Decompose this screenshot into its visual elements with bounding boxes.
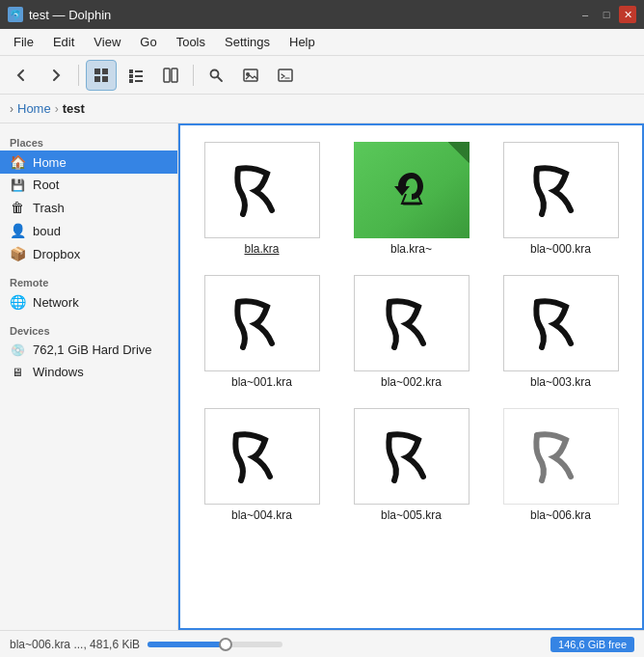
svg-rect-9 bbox=[135, 80, 143, 82]
svg-rect-11 bbox=[172, 68, 177, 82]
terminal-button[interactable] bbox=[270, 60, 301, 91]
file-thumb-bla-004 bbox=[204, 408, 320, 505]
sidebar-windows-label: Windows bbox=[33, 365, 84, 379]
file-name-bla-005: bla~005.kra bbox=[381, 508, 442, 522]
close-button[interactable]: ✕ bbox=[619, 6, 636, 23]
window-title: test — Dolphin bbox=[29, 8, 111, 22]
root-icon: 💾 bbox=[10, 178, 25, 192]
file-item-bla-kra[interactable]: bla.kra bbox=[190, 135, 334, 262]
breadcrumb-home[interactable]: Home bbox=[17, 101, 51, 116]
svg-rect-3 bbox=[102, 76, 108, 82]
file-name-bla-004: bla~004.kra bbox=[231, 508, 292, 522]
menu-tools[interactable]: Tools bbox=[167, 31, 215, 53]
sidebar-item-trash[interactable]: 🗑 Trash bbox=[0, 196, 177, 219]
file-item-bla-006[interactable]: bla~006.kra bbox=[489, 401, 632, 529]
network-icon: 🌐 bbox=[10, 294, 25, 310]
file-thumb-bla-kra-tilde bbox=[354, 142, 470, 238]
titlebar-left: 🐬 test — Dolphin bbox=[8, 7, 111, 22]
svg-rect-1 bbox=[102, 68, 108, 74]
file-thumb-bla-001 bbox=[204, 275, 320, 371]
file-item-bla-002[interactable]: bla~002.kra bbox=[339, 268, 483, 396]
details-view-button[interactable] bbox=[121, 60, 151, 91]
file-item-bla-001[interactable]: bla~001.kra bbox=[190, 268, 334, 396]
svg-rect-16 bbox=[279, 69, 292, 81]
main-layout: Places 🏠 Home 💾 Root 🗑 Trash 👤 boud 📦 Dr… bbox=[0, 123, 644, 630]
svg-line-13 bbox=[218, 77, 222, 81]
sidebar-trash-label: Trash bbox=[33, 201, 65, 215]
file-item-bla-004[interactable]: bla~004.kra bbox=[190, 401, 334, 529]
progress-track[interactable] bbox=[148, 642, 282, 647]
svg-rect-6 bbox=[129, 74, 133, 78]
status-progress bbox=[148, 642, 543, 647]
file-name-bla-kra: bla.kra bbox=[244, 242, 279, 256]
progress-handle[interactable] bbox=[219, 638, 232, 651]
sidebar-root-label: Root bbox=[33, 178, 59, 192]
sidebar-places-label: Places bbox=[0, 131, 177, 151]
file-area: bla.kra bla.kra~ bla~000.kra bbox=[178, 123, 644, 630]
statusbar: bla~006.kra ..., 481,6 KiB 146,6 GiB fre… bbox=[0, 630, 644, 657]
menu-settings[interactable]: Settings bbox=[215, 31, 280, 53]
file-item-bla-000[interactable]: bla~000.kra bbox=[489, 135, 632, 262]
file-thumb-bla-002 bbox=[354, 275, 470, 371]
sidebar-harddrive-label: 762,1 GiB Hard Drive bbox=[33, 342, 152, 357]
file-thumb-bla-005 bbox=[354, 408, 470, 505]
sidebar-item-dropbox[interactable]: 📦 Dropbox bbox=[0, 242, 177, 265]
home-icon: 🏠 bbox=[10, 154, 25, 170]
svg-rect-7 bbox=[135, 75, 143, 77]
split-view-button[interactable] bbox=[155, 60, 186, 91]
trash-icon: 🗑 bbox=[10, 200, 25, 215]
sidebar-devices-label: Devices bbox=[0, 319, 177, 339]
maximize-button[interactable]: □ bbox=[598, 6, 615, 23]
file-thumb-bla-006 bbox=[503, 408, 619, 505]
minimize-button[interactable]: – bbox=[577, 6, 594, 23]
breadcrumb-sep-1: › bbox=[55, 102, 59, 116]
menubar: File Edit View Go Tools Settings Help bbox=[0, 29, 644, 56]
sidebar-item-network[interactable]: 🌐 Network bbox=[0, 290, 177, 314]
back-button[interactable] bbox=[6, 60, 37, 91]
preview-button[interactable] bbox=[235, 60, 266, 91]
icons-view-button[interactable] bbox=[86, 60, 117, 91]
file-thumb-bla-kra bbox=[204, 142, 320, 238]
file-thumb-bla-000 bbox=[503, 142, 619, 238]
breadcrumb-nav-arrow: › bbox=[10, 102, 13, 116]
svg-point-12 bbox=[211, 69, 219, 77]
svg-rect-2 bbox=[94, 76, 100, 82]
sidebar-item-boud[interactable]: 👤 boud bbox=[0, 219, 177, 242]
menu-view[interactable]: View bbox=[84, 31, 130, 53]
dropbox-icon: 📦 bbox=[10, 246, 25, 261]
sidebar: Places 🏠 Home 💾 Root 🗑 Trash 👤 boud 📦 Dr… bbox=[0, 123, 178, 630]
sidebar-item-root[interactable]: 💾 Root bbox=[0, 174, 177, 196]
status-text: bla~006.kra ..., 481,6 KiB bbox=[10, 638, 140, 651]
toolbar-sep-2 bbox=[193, 65, 194, 86]
breadcrumb: › Home › test bbox=[0, 95, 644, 123]
search-button[interactable] bbox=[201, 60, 231, 91]
file-name-bla-006: bla~006.kra bbox=[530, 508, 591, 522]
sidebar-item-harddrive[interactable]: 💿 762,1 GiB Hard Drive bbox=[0, 339, 177, 361]
file-name-bla-002: bla~002.kra bbox=[381, 375, 442, 389]
file-item-bla-kra-tilde[interactable]: bla.kra~ bbox=[339, 135, 483, 262]
progress-fill bbox=[148, 642, 222, 647]
app-icon: 🐬 bbox=[8, 7, 23, 22]
forward-button[interactable] bbox=[40, 60, 71, 91]
file-name-bla-003: bla~003.kra bbox=[530, 375, 591, 389]
file-item-bla-005[interactable]: bla~005.kra bbox=[339, 401, 483, 529]
svg-rect-5 bbox=[135, 70, 143, 72]
menu-help[interactable]: Help bbox=[280, 31, 325, 53]
menu-go[interactable]: Go bbox=[130, 31, 166, 53]
harddrive-icon: 💿 bbox=[10, 343, 25, 357]
menu-file[interactable]: File bbox=[4, 31, 43, 53]
svg-rect-8 bbox=[129, 79, 133, 83]
user-icon: 👤 bbox=[10, 223, 25, 238]
sidebar-item-home[interactable]: 🏠 Home bbox=[0, 151, 177, 174]
sidebar-network-label: Network bbox=[33, 295, 79, 310]
sidebar-item-windows[interactable]: 🖥 Windows bbox=[0, 361, 177, 383]
windows-icon: 🖥 bbox=[10, 366, 25, 379]
toolbar-sep-1 bbox=[78, 65, 79, 86]
file-item-bla-003[interactable]: bla~003.kra bbox=[489, 268, 632, 396]
sidebar-remote-label: Remote bbox=[0, 271, 177, 290]
menu-edit[interactable]: Edit bbox=[43, 31, 84, 53]
svg-rect-4 bbox=[129, 69, 133, 73]
sidebar-dropbox-label: Dropbox bbox=[33, 247, 80, 261]
svg-rect-10 bbox=[164, 68, 170, 82]
file-name-bla-000: bla~000.kra bbox=[530, 242, 591, 256]
